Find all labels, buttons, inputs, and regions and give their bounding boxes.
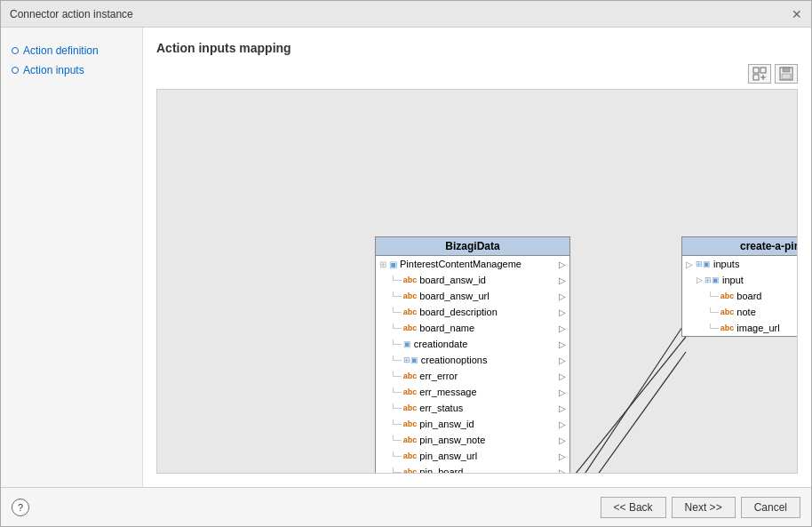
tree-line: └─ — [390, 371, 402, 380]
tree-line: └─ — [390, 339, 402, 348]
dialog-title: Connector action instance — [10, 8, 133, 20]
type-icon: abc — [403, 419, 418, 428]
type-icon: abc — [403, 275, 418, 284]
row-label: inputs — [713, 259, 739, 269]
row-label: board_answ_url — [419, 291, 489, 301]
tree-line: └─ — [390, 387, 402, 396]
svg-line-10 — [568, 352, 686, 473]
row-label: board — [736, 291, 761, 301]
arrow-icon: ▷ — [559, 275, 566, 285]
sidebar-item-label: Action definition — [23, 44, 99, 57]
arrow-icon: ▷ — [559, 387, 566, 397]
row-label: err_status — [419, 403, 463, 413]
expand-btn[interactable] — [748, 64, 771, 84]
type-icon: ▣ — [403, 339, 411, 348]
next-button[interactable]: Next >> — [672, 497, 736, 518]
content-area: Action definition Action inputs Action i… — [1, 28, 811, 487]
tree-line: └─ — [390, 323, 402, 332]
tree-line: └─ — [707, 323, 719, 332]
row-label: input — [722, 275, 744, 285]
row-label: err_message — [419, 387, 476, 397]
arrow-icon: ▷ — [559, 451, 566, 461]
bizagi-data-table: BizagiData ⊞ ▣ PinterestContentManageme … — [375, 236, 570, 474]
table-row[interactable]: ▷ ⊞▣ input — [682, 272, 798, 288]
tree-line: └─ — [390, 451, 402, 460]
tree-line: └─ — [707, 307, 719, 316]
arrow-icon: ▷ — [559, 307, 566, 317]
type-icon: abc — [403, 467, 418, 474]
footer-right: << Back Next >> Cancel — [601, 497, 800, 518]
row-label: pin_answ_url — [419, 451, 477, 461]
close-button[interactable]: ✕ — [792, 8, 802, 20]
cancel-button[interactable]: Cancel — [741, 497, 800, 518]
dialog: Connector action instance ✕ Action defin… — [0, 0, 812, 527]
svg-line-8 — [568, 322, 686, 473]
arrow-icon: ▷ — [559, 291, 566, 301]
sidebar-item-action-definition[interactable]: Action definition — [10, 41, 133, 60]
svg-rect-0 — [753, 68, 759, 73]
type-icon: abc — [720, 307, 735, 316]
tree-line: └─ — [390, 307, 402, 316]
page-title: Action inputs mapping — [156, 41, 798, 55]
table-row[interactable]: ⊞ ▣ PinterestContentManageme ▷ — [376, 256, 569, 272]
table-row[interactable]: └─ abc board_answ_id ▷ — [376, 272, 569, 288]
tree-line: └─ — [707, 291, 719, 300]
table-row[interactable]: └─ abc pin_board ▷ — [376, 464, 569, 474]
arrow-icon: ▷ — [559, 355, 566, 365]
row-label: pin_board — [419, 467, 463, 474]
title-bar: Connector action instance ✕ — [1, 1, 811, 28]
dot-icon — [12, 67, 19, 74]
row-label: pin_answ_id — [419, 419, 474, 429]
table-row[interactable]: └─ abc pin_answ_id ▷ — [376, 416, 569, 432]
expand-icon — [752, 67, 767, 81]
table-row[interactable]: └─ abc err_message ▷ — [376, 384, 569, 400]
arrow-icon: ▷ — [559, 260, 566, 269]
row-label: board_name — [419, 323, 474, 333]
type-icon: ⊞▣ — [403, 355, 418, 364]
table-row[interactable]: └─ abc note — [682, 304, 798, 320]
save-icon — [779, 67, 793, 81]
table-row[interactable]: └─ abc board_description ▷ — [376, 304, 569, 320]
table-row[interactable]: └─ abc board — [682, 288, 798, 304]
row-label: image_url — [736, 323, 779, 333]
svg-rect-2 — [753, 75, 759, 80]
type-icon: abc — [403, 291, 418, 300]
save-btn[interactable] — [775, 64, 798, 84]
table-row[interactable]: └─ abc err_status ▷ — [376, 400, 569, 416]
sidebar: Action definition Action inputs — [1, 28, 143, 487]
type-icon: abc — [403, 451, 418, 460]
type-icon: abc — [403, 387, 418, 396]
table-row[interactable]: └─ abc pin_answ_note ▷ — [376, 432, 569, 448]
back-button[interactable]: << Back — [601, 497, 666, 518]
type-icon: ⊞▣ — [696, 260, 711, 268]
mapping-inner: BizagiData ⊞ ▣ PinterestContentManageme … — [157, 90, 797, 473]
tree-line: └─ — [390, 467, 402, 474]
footer: ? << Back Next >> Cancel — [1, 487, 811, 526]
tree-line: └─ — [390, 403, 402, 412]
table-row[interactable]: └─ abc err_error ▷ — [376, 368, 569, 384]
arrow-icon: ▷ — [559, 419, 566, 429]
help-button[interactable]: ? — [12, 499, 29, 516]
table-row[interactable]: └─ ▣ creationdate ▷ — [376, 336, 569, 352]
arrow-icon: ▷ — [559, 435, 566, 445]
type-icon: ▣ — [389, 260, 397, 269]
tree-line: └─ — [390, 355, 402, 364]
type-icon: abc — [720, 291, 735, 300]
svg-rect-6 — [783, 68, 790, 72]
table-row[interactable]: └─ abc board_answ_url ▷ — [376, 288, 569, 304]
type-icon: abc — [403, 371, 418, 380]
table-row[interactable]: └─ ⊞▣ creationoptions ▷ — [376, 352, 569, 368]
sidebar-item-action-inputs[interactable]: Action inputs — [10, 60, 133, 80]
table-row[interactable]: ▷ ⊞▣ inputs — [682, 256, 798, 272]
toolbar — [156, 64, 798, 84]
table-row[interactable]: └─ abc image_url — [682, 320, 798, 336]
table-row[interactable]: └─ abc board_name ▷ — [376, 320, 569, 336]
tree-line: └─ — [390, 291, 402, 300]
row-label: board_description — [419, 307, 497, 317]
row-label: err_error — [419, 371, 458, 381]
svg-line-9 — [568, 337, 686, 473]
type-icon: abc — [720, 323, 735, 332]
row-label: creationoptions — [421, 355, 488, 365]
dot-icon — [12, 47, 19, 54]
table-row[interactable]: └─ abc pin_answ_url ▷ — [376, 448, 569, 464]
